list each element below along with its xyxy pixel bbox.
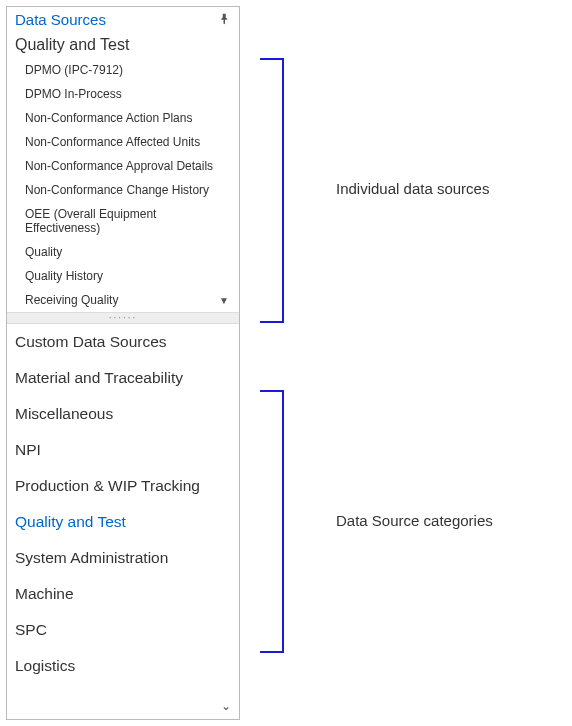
splitter-handle[interactable]: ······ [7,312,239,324]
panel-header: Data Sources [7,7,239,30]
category-label: Miscellaneous [15,405,113,422]
data-source-label: Non-Conformance Approval Details [25,159,213,173]
data-sources-panel: Data Sources Quality and Test DPMO (IPC-… [6,6,240,720]
category-item-material-traceability[interactable]: Material and Traceability [7,360,239,396]
data-source-item[interactable]: Non-Conformance Action Plans [25,106,239,130]
category-item-machine[interactable]: Machine [7,576,239,612]
category-label: System Administration [15,549,168,566]
data-source-label: Non-Conformance Affected Units [25,135,200,149]
bracket-individual-sources [270,58,284,323]
annotation-individual-sources: Individual data sources [336,180,489,197]
category-label: Machine [15,585,74,602]
data-source-list: DPMO (IPC-7912) DPMO In-Process Non-Conf… [7,58,239,312]
data-source-item[interactable]: Non-Conformance Approval Details [25,154,239,178]
category-label: NPI [15,441,41,458]
data-source-item[interactable]: DPMO In-Process [25,82,239,106]
data-source-label: Non-Conformance Action Plans [25,111,192,125]
expanded-category-title: Quality and Test [7,30,239,58]
chevron-down-icon[interactable]: ▼ [219,295,229,306]
category-item-npi[interactable]: NPI [7,432,239,468]
category-item-quality-test[interactable]: Quality and Test [7,504,239,540]
category-item-custom-data-sources[interactable]: Custom Data Sources [7,324,239,360]
data-source-label: Quality History [25,269,103,283]
scroll-down-icon[interactable]: ⌄ [221,699,231,713]
data-source-label: OEE (Overall Equipment Effectiveness) [25,207,156,235]
data-source-label: DPMO (IPC-7912) [25,63,123,77]
category-item-system-admin[interactable]: System Administration [7,540,239,576]
category-item-production-wip[interactable]: Production & WIP Tracking [7,468,239,504]
category-label: Material and Traceability [15,369,183,386]
category-item-spc[interactable]: SPC [7,612,239,648]
data-source-item[interactable]: Non-Conformance Affected Units [25,130,239,154]
category-label: SPC [15,621,47,638]
category-item-logistics[interactable]: Logistics [7,648,239,684]
data-source-item[interactable]: Receiving Quality ▼ [25,288,239,312]
data-source-item[interactable]: OEE (Overall Equipment Effectiveness) [25,202,239,240]
data-source-item[interactable]: Quality [25,240,239,264]
category-label: Custom Data Sources [15,333,167,350]
panel-title: Data Sources [15,11,106,28]
data-source-item[interactable]: DPMO (IPC-7912) [25,58,239,82]
category-label: Logistics [15,657,75,674]
data-source-label: DPMO In-Process [25,87,122,101]
category-label: Quality and Test [15,513,126,530]
data-source-label: Quality [25,245,62,259]
data-source-label: Non-Conformance Change History [25,183,209,197]
category-label: Production & WIP Tracking [15,477,200,494]
category-item-miscellaneous[interactable]: Miscellaneous [7,396,239,432]
pin-icon[interactable] [219,11,231,28]
category-list: Custom Data Sources Material and Traceab… [7,324,239,719]
data-source-item[interactable]: Non-Conformance Change History [25,178,239,202]
annotation-categories: Data Source categories [336,512,493,529]
data-source-label: Receiving Quality [25,293,118,307]
data-source-item[interactable]: Quality History [25,264,239,288]
bracket-categories [270,390,284,653]
